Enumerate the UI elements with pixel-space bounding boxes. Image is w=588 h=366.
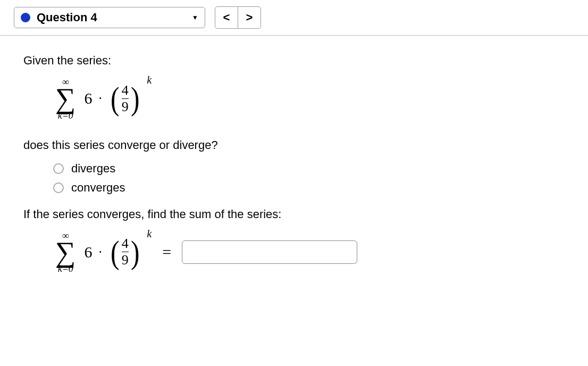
prompt-given-series: Given the series:: [23, 54, 565, 68]
prev-question-button[interactable]: <: [215, 6, 238, 29]
chevron-down-icon: ▼: [192, 14, 198, 21]
series-formula: ∞ ∑ k=0 6 · ( 4 9 ) k: [55, 77, 565, 120]
left-paren: (: [111, 238, 120, 267]
fraction-numerator: 4: [122, 237, 129, 252]
sigma-index-eq: =: [62, 263, 69, 274]
fraction-denominator: 9: [122, 252, 129, 267]
sigma-index-var: k: [58, 263, 62, 274]
radio-icon: [53, 163, 64, 174]
fraction: 4 9: [121, 237, 130, 267]
fraction-denominator: 9: [122, 99, 129, 114]
chevron-left-icon: <: [223, 11, 230, 24]
nav-button-group: < >: [215, 6, 261, 29]
series-sum-formula: ∞ ∑ k=0 6 · ( 4 9 ) k =: [55, 231, 565, 274]
option-label: diverges: [71, 162, 115, 176]
exponent: k: [147, 228, 152, 240]
status-dot-icon: [21, 13, 30, 22]
radio-options: diverges converges: [53, 162, 565, 195]
exponent: k: [147, 74, 152, 86]
multiply-dot: ·: [99, 90, 103, 106]
paren-fraction: ( 4 9 ): [110, 237, 140, 267]
option-label: converges: [71, 181, 125, 195]
right-paren: ): [131, 238, 140, 267]
paren-fraction: ( 4 9 ): [110, 84, 140, 114]
equals-sign: =: [162, 243, 171, 261]
sum-answer-input[interactable]: [182, 240, 357, 264]
sigma-index-var: k: [58, 110, 62, 121]
sigma-lower-bound: k=0: [58, 264, 73, 273]
fraction-numerator: 4: [122, 84, 129, 98]
sigma-notation: ∞ ∑ k=0: [55, 77, 76, 120]
sigma-index-start: 0: [69, 110, 73, 121]
sigma-lower-bound: k=0: [58, 111, 73, 120]
right-paren: ): [131, 85, 140, 113]
radio-icon: [53, 182, 64, 193]
sigma-index-start: 0: [69, 263, 73, 274]
prompt-find-sum: If the series converges, find the sum of…: [23, 207, 565, 221]
next-question-button[interactable]: >: [238, 6, 261, 29]
option-converges[interactable]: converges: [53, 181, 565, 195]
left-paren: (: [111, 85, 120, 113]
sigma-notation: ∞ ∑ k=0: [55, 231, 76, 274]
chevron-right-icon: >: [246, 11, 253, 24]
sigma-symbol: ∑: [55, 86, 76, 112]
coefficient: 6: [85, 243, 93, 261]
option-diverges[interactable]: diverges: [53, 162, 565, 176]
question-label: Question 4: [37, 11, 97, 24]
sigma-symbol: ∑: [55, 239, 76, 265]
coefficient: 6: [85, 89, 93, 107]
question-selector[interactable]: Question 4 ▼: [14, 7, 205, 28]
sigma-index-eq: =: [62, 110, 69, 121]
question-content: Given the series: ∞ ∑ k=0 6 · ( 4 9 ) k …: [0, 36, 588, 307]
prompt-converge-diverge: does this series converge or diverge?: [23, 138, 565, 152]
multiply-dot: ·: [99, 244, 103, 260]
fraction: 4 9: [121, 84, 130, 114]
